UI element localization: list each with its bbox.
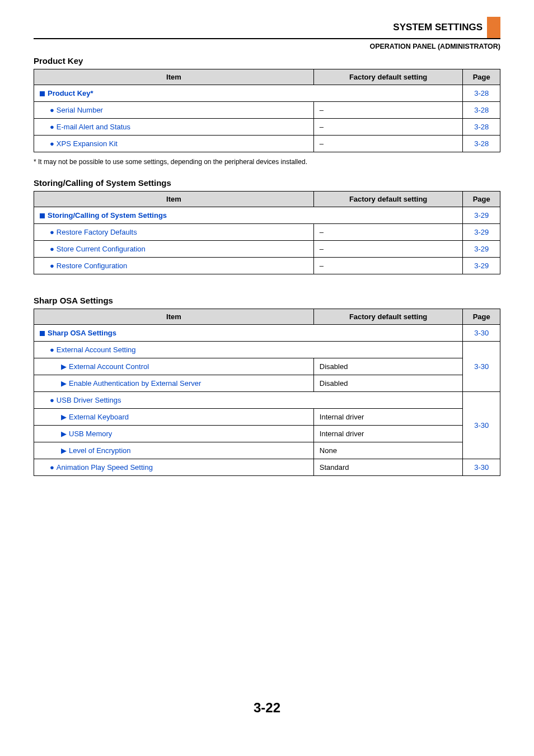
table-row: Product Key* 3-28 <box>34 85 500 102</box>
table-row: Storing/Calling of System Settings 3-29 <box>34 207 500 224</box>
table-header-row: Item Factory default setting Page <box>34 192 500 207</box>
triangle-icon: ▶ <box>61 430 67 438</box>
bullet-icon: ● <box>50 262 54 270</box>
table-row: ●Serial Number – 3-28 <box>34 102 500 119</box>
bullet-icon: ● <box>50 123 54 131</box>
table-row: ●Restore Factory Defaults – 3-29 <box>34 224 500 241</box>
link-restore-defaults[interactable]: Restore Factory Defaults <box>57 228 137 236</box>
table-row: ▶USB Memory Internal driver <box>34 426 500 442</box>
bullet-icon: ● <box>50 106 54 114</box>
page-link[interactable]: 3-28 <box>463 102 500 119</box>
table-row: ●Restore Configuration – 3-29 <box>34 258 500 274</box>
bullet-icon: ● <box>50 245 54 253</box>
page-link[interactable]: 3-28 <box>463 136 500 152</box>
table-row: ●USB Driver Settings 3-30 <box>34 392 500 409</box>
page-link[interactable]: 3-29 <box>463 241 500 258</box>
page-link[interactable]: 3-28 <box>463 119 500 136</box>
cell-setting: Internal driver <box>313 409 463 426</box>
group-title-osa: Sharp OSA Settings <box>34 296 500 305</box>
table-osa: Item Factory default setting Page Sharp … <box>34 309 500 476</box>
bullet-icon: ● <box>50 463 54 472</box>
accent-box <box>487 17 500 38</box>
link-store-current[interactable]: Store Current Configuration <box>57 245 146 253</box>
triangle-icon: ▶ <box>61 379 67 388</box>
link-osa-heading[interactable]: Sharp OSA Settings <box>48 329 116 337</box>
link-ext-keyboard[interactable]: External Keyboard <box>69 413 129 421</box>
page-link[interactable]: 3-29 <box>463 224 500 241</box>
cell-setting: – <box>313 136 463 152</box>
page-link[interactable]: 3-30 <box>463 459 500 476</box>
link-ext-acct-setting[interactable]: External Account Setting <box>57 346 136 354</box>
link-storing-heading[interactable]: Storing/Calling of System Settings <box>48 211 167 220</box>
link-usb-memory[interactable]: USB Memory <box>69 430 112 438</box>
bullet-icon: ● <box>50 346 54 354</box>
col-item: Item <box>34 192 314 207</box>
table-row: ●Animation Play Speed Setting Standard 3… <box>34 459 500 476</box>
table-row: ●XPS Expansion Kit – 3-28 <box>34 136 500 152</box>
col-setting: Factory default setting <box>313 309 463 325</box>
cell-setting: – <box>313 102 463 119</box>
col-page: Page <box>463 192 500 207</box>
page-number: 3-22 <box>34 700 500 716</box>
group-title-storing: Storing/Calling of System Settings <box>34 178 500 188</box>
col-item: Item <box>34 309 314 325</box>
triangle-icon: ▶ <box>61 362 67 371</box>
link-level-encryption[interactable]: Level of Encryption <box>69 446 131 455</box>
table-row: ●E-mail Alert and Status – 3-28 <box>34 119 500 136</box>
table-header-row: Item Factory default setting Page <box>34 309 500 325</box>
page-link[interactable]: 3-30 <box>463 325 500 342</box>
link-usb-driver[interactable]: USB Driver Settings <box>57 396 121 404</box>
col-page: Page <box>463 69 500 85</box>
cell-setting: – <box>313 241 463 258</box>
link-animation-speed[interactable]: Animation Play Speed Setting <box>57 463 153 472</box>
col-setting: Factory default setting <box>313 192 463 207</box>
square-icon <box>40 213 45 218</box>
link-xps-expansion[interactable]: XPS Expansion Kit <box>57 139 118 148</box>
triangle-icon: ▶ <box>61 413 67 421</box>
cell-setting: – <box>313 119 463 136</box>
bullet-icon: ● <box>50 228 54 236</box>
footnote-product-key: * It may not be possible to use some set… <box>34 158 500 166</box>
cell-setting: Standard <box>313 459 463 476</box>
triangle-icon: ▶ <box>61 446 67 455</box>
table-storing: Item Factory default setting Page Storin… <box>34 191 500 274</box>
section-subtitle: OPERATION PANEL (ADMINISTRATOR) <box>34 43 500 50</box>
page-link[interactable]: 3-30 <box>463 392 500 459</box>
col-page: Page <box>463 309 500 325</box>
cell-setting: Disabled <box>313 375 463 392</box>
page-link[interactable]: 3-30 <box>463 342 500 392</box>
table-row: ▶External Keyboard Internal driver <box>34 409 500 426</box>
bullet-icon: ● <box>50 139 54 148</box>
link-serial-number[interactable]: Serial Number <box>57 106 103 114</box>
cell-setting: None <box>313 442 463 459</box>
group-title-product-key: Product Key <box>34 56 500 66</box>
link-restore-config[interactable]: Restore Configuration <box>57 262 127 270</box>
page-link[interactable]: 3-28 <box>463 85 500 102</box>
cell-setting: – <box>313 224 463 241</box>
link-product-key[interactable]: Product Key* <box>48 89 93 97</box>
table-row: ▶Level of Encryption None <box>34 442 500 459</box>
col-setting: Factory default setting <box>313 69 463 85</box>
link-email-alert[interactable]: E-mail Alert and Status <box>57 123 130 131</box>
table-row: ▶External Account Control Disabled <box>34 358 500 375</box>
table-row: ●External Account Setting 3-30 <box>34 342 500 358</box>
link-enable-auth[interactable]: Enable Authentication by External Server <box>69 379 201 388</box>
page-link[interactable]: 3-29 <box>463 258 500 274</box>
page-link[interactable]: 3-29 <box>463 207 500 224</box>
section-title: SYSTEM SETTINGS <box>393 22 484 33</box>
cell-setting: – <box>313 258 463 274</box>
col-item: Item <box>34 69 314 85</box>
link-ext-acct-control[interactable]: External Account Control <box>69 362 149 371</box>
table-row: ●Store Current Configuration – 3-29 <box>34 241 500 258</box>
table-header-row: Item Factory default setting Page <box>34 69 500 85</box>
square-icon <box>40 331 45 336</box>
cell-setting: Internal driver <box>313 426 463 442</box>
table-row: ▶Enable Authentication by External Serve… <box>34 375 500 392</box>
header-bar: SYSTEM SETTINGS <box>34 17 500 39</box>
bullet-icon: ● <box>50 396 54 404</box>
square-icon <box>40 91 45 96</box>
cell-setting: Disabled <box>313 358 463 375</box>
table-row: Sharp OSA Settings 3-30 <box>34 325 500 342</box>
table-product-key: Item Factory default setting Page Produc… <box>34 69 500 152</box>
